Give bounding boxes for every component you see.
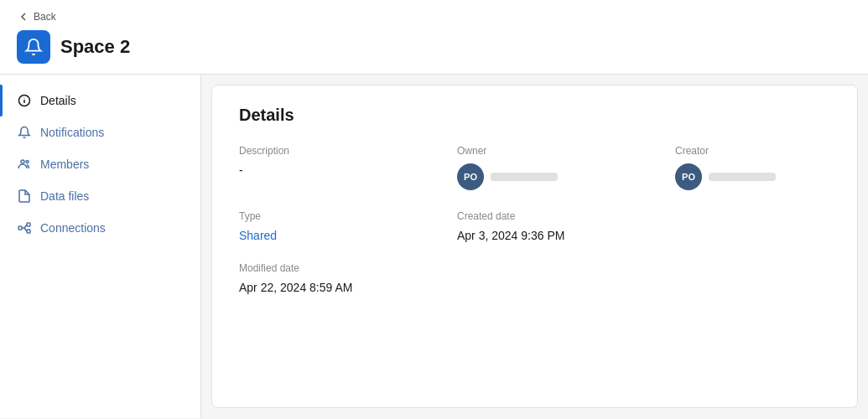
details-grid: Description - Owner PO Creator PO	[239, 145, 830, 294]
sidebar-label-connections: Connections	[40, 221, 106, 235]
description-value: -	[239, 163, 424, 177]
creator-avatar-row: PO	[675, 163, 858, 190]
svg-rect-5	[18, 226, 22, 230]
file-icon	[17, 189, 32, 204]
svg-point-2	[24, 98, 25, 99]
type-field: Type Shared	[239, 210, 424, 242]
owner-field: Owner PO	[457, 145, 642, 190]
sidebar-item-details[interactable]: Details	[0, 85, 200, 116]
connections-icon	[17, 220, 32, 235]
people-icon	[17, 157, 32, 172]
back-button[interactable]: Back	[17, 10, 851, 23]
owner-name-bar	[491, 173, 558, 181]
owner-avatar: PO	[457, 163, 484, 190]
chevron-left-icon	[17, 10, 30, 23]
content-title: Details	[239, 106, 830, 125]
created-date-label: Created date	[457, 210, 642, 222]
main-content: Details Notifications Members	[0, 75, 868, 418]
content-area: Details Description - Owner PO Creator P…	[211, 85, 858, 408]
type-label: Type	[239, 210, 424, 222]
sidebar-label-data-files: Data files	[40, 189, 89, 203]
svg-rect-6	[27, 223, 30, 226]
empty-filler	[675, 210, 858, 242]
space-header: Space 2	[17, 30, 851, 64]
sidebar: Details Notifications Members	[0, 75, 201, 418]
type-value: Shared	[239, 229, 424, 242]
created-date-field: Created date Apr 3, 2024 9:36 PM	[457, 210, 642, 242]
sidebar-item-connections[interactable]: Connections	[0, 212, 200, 244]
sidebar-label-members: Members	[40, 158, 89, 171]
created-date-value: Apr 3, 2024 9:36 PM	[457, 229, 642, 242]
creator-label: Creator	[675, 145, 858, 157]
sidebar-item-notifications[interactable]: Notifications	[0, 116, 200, 148]
bell-icon	[17, 125, 32, 140]
creator-avatar: PO	[675, 163, 702, 190]
modified-date-value: Apr 22, 2024 8:59 AM	[239, 281, 424, 294]
top-bar: Back Space 2	[0, 0, 868, 75]
creator-name-bar	[709, 173, 776, 181]
space-title: Space 2	[60, 36, 130, 58]
sidebar-label-details: Details	[40, 94, 76, 107]
svg-point-3	[21, 160, 24, 163]
description-label: Description	[239, 145, 424, 157]
sidebar-item-data-files[interactable]: Data files	[0, 180, 200, 212]
sidebar-label-notifications: Notifications	[40, 126, 104, 139]
info-icon	[17, 93, 32, 108]
sidebar-item-members[interactable]: Members	[0, 148, 200, 180]
description-field: Description -	[239, 145, 424, 190]
modified-date-label: Modified date	[239, 262, 424, 274]
space-icon	[17, 30, 50, 64]
svg-point-4	[26, 161, 29, 163]
creator-field: Creator PO	[675, 145, 858, 190]
owner-label: Owner	[457, 145, 642, 157]
modified-date-field: Modified date Apr 22, 2024 8:59 AM	[239, 262, 424, 294]
svg-rect-7	[27, 230, 30, 233]
back-label: Back	[34, 11, 56, 23]
owner-avatar-row: PO	[457, 163, 642, 190]
